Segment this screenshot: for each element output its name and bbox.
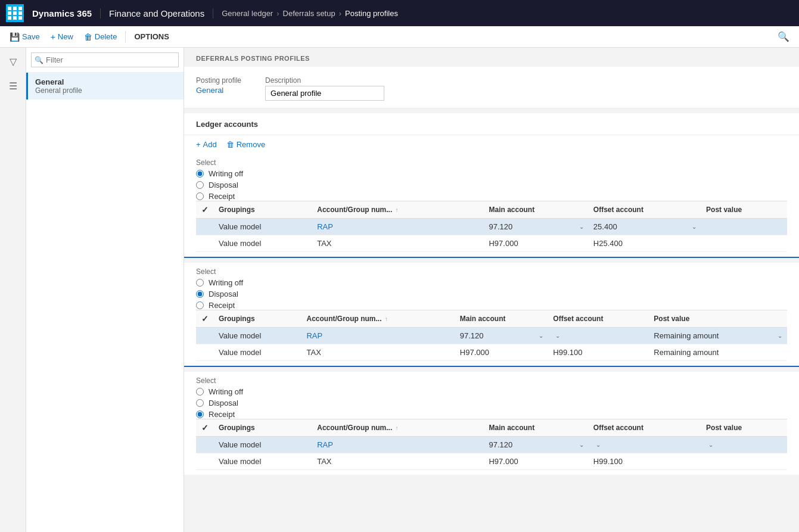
form-section: Posting profile General Description xyxy=(184,67,799,108)
breadcrumb-gl[interactable]: General ledger xyxy=(222,9,273,18)
row-offset: 25.400 ⌄ xyxy=(589,219,701,235)
th-account-3: Account/Group num... ↑ xyxy=(312,419,484,437)
remove-label: Remove xyxy=(237,140,265,149)
table-row[interactable]: Value model TAX H97.000 H99.100 xyxy=(196,453,787,470)
description-input[interactable] xyxy=(265,86,384,101)
sidebar-item-general[interactable]: General General profile xyxy=(26,73,184,99)
row-check xyxy=(196,437,214,453)
new-button[interactable]: + New xyxy=(46,30,78,44)
select-label-1: Select xyxy=(196,158,787,167)
section-divider-1 xyxy=(184,258,799,263)
new-icon: + xyxy=(51,32,55,42)
account-table-3: ✓ Groupings Account/Group num... ↑ Main … xyxy=(196,419,787,470)
add-label: Add xyxy=(203,140,217,149)
table-row[interactable]: Value model RAP 97.120 ⌄ 25.400 ⌄ xyxy=(196,219,787,235)
row-groupings: Value model xyxy=(214,437,312,453)
th-offset-1: Offset account xyxy=(589,201,701,219)
radio-disposal-1[interactable]: Disposal xyxy=(196,181,787,189)
apps-icon[interactable] xyxy=(6,4,24,22)
radio-group-2: Writing off Disposal Receipt xyxy=(196,278,787,310)
radio-disposal-3[interactable]: Disposal xyxy=(196,399,787,407)
select-group-2: Select Writing off Disposal Receipt xyxy=(184,263,799,367)
row-check xyxy=(196,453,214,470)
module-title: Finance and Operations xyxy=(101,8,213,18)
table-row[interactable]: Value model TAX H97.000 H99.100 Remainin… xyxy=(196,344,787,361)
select-group-1: Select Writing off Disposal Receipt xyxy=(184,154,799,258)
row-groupings: Value model xyxy=(214,235,312,252)
th-main-3: Main account xyxy=(484,419,588,437)
delete-button[interactable]: 🗑 Delete xyxy=(79,30,122,44)
description-label: Description xyxy=(265,76,384,85)
th-groupings-2: Groupings xyxy=(214,310,301,328)
options-button[interactable]: OPTIONS xyxy=(129,30,174,43)
th-offset-2: Offset account xyxy=(548,310,649,328)
row-account: RAP xyxy=(301,328,455,344)
main-layout: ▽ ☰ 🔍 General General profile DEFERRALS … xyxy=(0,48,799,532)
row-offset: H99.100 xyxy=(589,453,701,470)
select-group-3: Select Writing off Disposal Receipt xyxy=(184,372,799,475)
radio-receipt-3[interactable]: Receipt xyxy=(196,410,787,419)
toolbar-separator xyxy=(125,31,126,43)
app-title: Dynamics 365 xyxy=(30,8,101,18)
table-row[interactable]: Value model RAP 97.120 ⌄ ⌄ ⌄ xyxy=(196,437,787,453)
radio-receipt-2[interactable]: Receipt xyxy=(196,301,787,310)
add-button[interactable]: + Add xyxy=(196,140,217,149)
breadcrumb-ds[interactable]: Deferrals setup xyxy=(283,9,335,18)
th-main-2: Main account xyxy=(455,310,549,328)
save-button[interactable]: 💾 Save xyxy=(5,30,45,44)
add-icon: + xyxy=(196,140,201,149)
delete-label: Delete xyxy=(95,32,117,41)
select-label-3: Select xyxy=(196,377,787,385)
row-check xyxy=(196,235,214,252)
sidebar-item-title: General xyxy=(35,77,176,86)
th-offset-3: Offset account xyxy=(589,419,701,437)
row-offset: H25.400 xyxy=(589,235,701,252)
row-check xyxy=(196,219,214,235)
deferrals-header: DEFERRALS POSTING PROFILES xyxy=(184,48,799,67)
ledger-title: Ledger accounts xyxy=(196,120,258,129)
radio-disposal-2[interactable]: Disposal xyxy=(196,290,787,298)
filter-icon[interactable]: ▽ xyxy=(6,52,20,71)
row-postvalue xyxy=(701,235,787,252)
posting-profile-value[interactable]: General xyxy=(196,86,241,95)
th-groupings-3: Groupings xyxy=(214,419,312,437)
radio-receipt-1[interactable]: Receipt xyxy=(196,192,787,201)
sidebar-item-sub: General profile xyxy=(35,86,176,95)
th-groupings-1: Groupings xyxy=(214,201,312,219)
sidebar-search-area: 🔍 xyxy=(26,48,184,73)
table-row[interactable]: Value model TAX H97.000 H25.400 xyxy=(196,235,787,252)
search-icon-toolbar[interactable]: 🔍 xyxy=(773,29,794,45)
th-check-2: ✓ xyxy=(196,310,214,328)
row-main: 97.120 ⌄ xyxy=(455,328,549,344)
th-account-2: Account/Group num... ↑ xyxy=(301,310,455,328)
row-main: H97.000 xyxy=(484,235,588,252)
delete-icon: 🗑 xyxy=(84,32,92,42)
remove-button[interactable]: 🗑 Remove xyxy=(226,140,265,149)
filter-input[interactable] xyxy=(31,52,179,67)
row-postvalue xyxy=(701,219,787,235)
row-groupings: Value model xyxy=(214,344,301,361)
table-row[interactable]: Value model RAP 97.120 ⌄ ⌄ Remaining amo… xyxy=(196,328,787,344)
th-postvalue-1: Post value xyxy=(701,201,787,219)
hamburger-icon[interactable]: ☰ xyxy=(5,77,21,95)
section-divider-2 xyxy=(184,367,799,372)
select-label-2: Select xyxy=(196,267,787,276)
top-nav: Dynamics 365 Finance and Operations Gene… xyxy=(0,0,799,26)
breadcrumb: General ledger › Deferrals setup › Posti… xyxy=(213,9,398,18)
th-check-1: ✓ xyxy=(196,201,214,219)
options-label: OPTIONS xyxy=(134,32,169,41)
radio-writing-off-3[interactable]: Writing off xyxy=(196,387,787,396)
row-main: H97.000 xyxy=(455,344,549,361)
save-icon: 💾 xyxy=(10,32,20,42)
radio-writing-off-1[interactable]: Writing off xyxy=(196,169,787,178)
row-groupings: Value model xyxy=(214,219,312,235)
radio-writing-off-2[interactable]: Writing off xyxy=(196,278,787,287)
ledger-title-bar: Ledger accounts xyxy=(184,113,799,135)
description-field: Description xyxy=(265,76,384,101)
deferrals-section-title: DEFERRALS POSTING PROFILES xyxy=(196,55,787,62)
row-account: TAX xyxy=(301,344,455,361)
account-table-1: ✓ Groupings Account/Group num... ↑ Main … xyxy=(196,201,787,252)
row-main: 97.120 ⌄ xyxy=(484,437,588,453)
save-label: Save xyxy=(22,32,40,41)
ledger-section: Ledger accounts + Add 🗑 Remove Select Wr… xyxy=(184,113,799,475)
